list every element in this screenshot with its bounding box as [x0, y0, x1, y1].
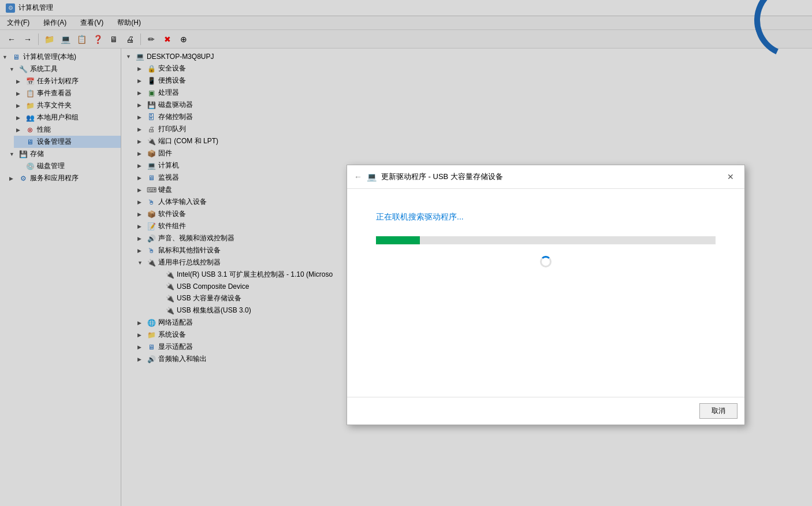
update-driver-dialog: ← 💻 更新驱动程序 - USB 大容量存储设备 ✕ 正在联机搜索驱动程序...…: [347, 165, 745, 425]
progress-bar-fill: [376, 236, 420, 244]
dialog-title-text: 更新驱动程序 - USB 大容量存储设备: [381, 172, 503, 182]
searching-text: 正在联机搜索驱动程序...: [376, 212, 716, 222]
cancel-button[interactable]: 取消: [699, 403, 737, 419]
dialog-close-button[interactable]: ✕: [724, 170, 737, 184]
dialog-footer: 取消: [347, 397, 744, 425]
dialog-title-icon: 💻: [367, 172, 377, 181]
dialog-title-left: ← 💻 更新驱动程序 - USB 大容量存储设备: [354, 172, 503, 182]
dialog-body: 正在联机搜索驱动程序...: [347, 189, 744, 397]
dialog-back-button[interactable]: ←: [354, 172, 362, 181]
spinner-area: [376, 256, 716, 267]
progress-bar-container: [376, 236, 716, 244]
dialog-title-bar: ← 💻 更新驱动程序 - USB 大容量存储设备 ✕: [347, 165, 744, 189]
loading-spinner: [540, 256, 552, 267]
